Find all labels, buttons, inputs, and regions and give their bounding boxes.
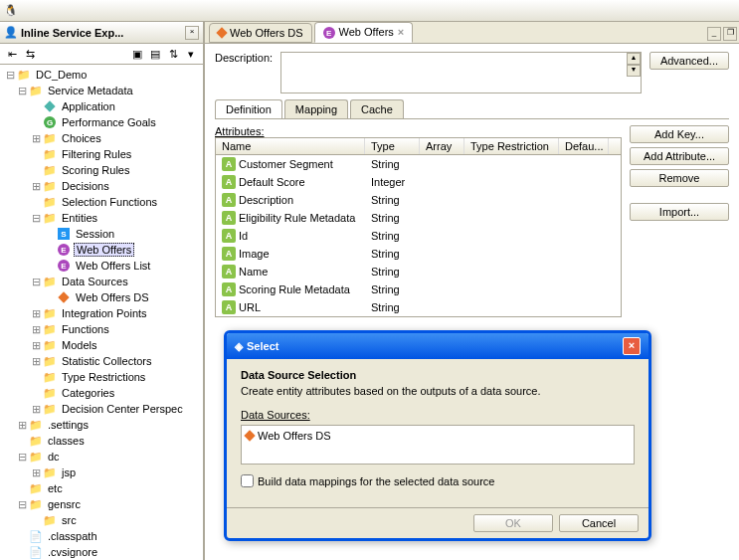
- attribute-icon: A: [222, 211, 236, 225]
- col-name[interactable]: Name: [216, 138, 365, 154]
- tree-item[interactable]: SSession: [2, 226, 201, 242]
- tree-item[interactable]: 📁classes: [2, 433, 201, 449]
- dialog-close-icon[interactable]: ×: [623, 337, 641, 355]
- table-row[interactable]: ADescriptionString: [216, 191, 621, 209]
- collapse-all-icon[interactable]: ⇤: [4, 46, 20, 62]
- attribute-icon: A: [222, 193, 236, 207]
- dialog-icon: ◈: [235, 340, 243, 353]
- table-row[interactable]: AEligibility Rule MetadataString: [216, 209, 621, 227]
- editor-tab[interactable]: Web Offers DS: [209, 23, 312, 43]
- attribute-icon: A: [222, 157, 236, 171]
- diamond-orange-icon: [244, 430, 255, 441]
- tree-item[interactable]: Application: [2, 98, 201, 114]
- dialog-heading: Data Source Selection: [241, 369, 635, 381]
- data-sources-list[interactable]: Web Offers DS: [241, 425, 635, 465]
- tree-item[interactable]: ⊞📁.settings: [2, 417, 201, 433]
- tree-item[interactable]: 📁Selection Functions: [2, 194, 201, 210]
- tree-item[interactable]: 📄.cvsignore: [2, 544, 201, 560]
- attribute-icon: A: [222, 247, 236, 261]
- tab-cache[interactable]: Cache: [350, 99, 404, 118]
- dialog-text: Create entity attributes based on the ou…: [241, 385, 635, 397]
- tree-item[interactable]: 📁Filtering Rules: [2, 146, 201, 162]
- tree-item[interactable]: EWeb Offers List: [2, 258, 201, 274]
- ide-penguin-icon: 🐧: [4, 4, 18, 17]
- tree-item[interactable]: GPerformance Goals: [2, 114, 201, 130]
- tab-mapping[interactable]: Mapping: [284, 99, 348, 118]
- table-row[interactable]: AURLString: [216, 298, 621, 316]
- dialog-title: Select: [247, 340, 278, 352]
- left-panel-title: 👤Inline Service Exp...: [4, 26, 123, 39]
- tree-item[interactable]: ⊞📁jsp: [2, 465, 201, 480]
- table-row[interactable]: AIdString: [216, 227, 621, 245]
- editor-tab[interactable]: EWeb Offers×: [314, 22, 414, 44]
- sub-tabs: DefinitionMappingCache: [215, 99, 729, 119]
- tool-icon-1[interactable]: ▣: [129, 46, 145, 62]
- import-button[interactable]: Import...: [630, 203, 729, 221]
- tree-item[interactable]: ⊞📁Functions: [2, 321, 201, 337]
- tree-item[interactable]: ⊞📁Models: [2, 337, 201, 353]
- table-row[interactable]: AScoring Rule MetadataString: [216, 280, 621, 298]
- table-row[interactable]: ADefault ScoreInteger: [216, 173, 621, 191]
- build-mappings-checkbox[interactable]: [241, 474, 254, 487]
- attribute-icon: A: [222, 282, 236, 296]
- tree-item[interactable]: 📁etc: [2, 480, 201, 496]
- attribute-icon: A: [222, 229, 236, 243]
- tree-item[interactable]: 📁src: [2, 512, 201, 528]
- tab-close-icon[interactable]: ×: [398, 26, 404, 38]
- tree-item[interactable]: EWeb Offers: [2, 242, 201, 258]
- table-row[interactable]: ANameString: [216, 263, 621, 280]
- tool-icon-3[interactable]: ⇅: [165, 46, 181, 62]
- tree-item[interactable]: 📁Categories: [2, 385, 201, 401]
- tree-root[interactable]: ⊟📁DC_Demo: [2, 67, 201, 83]
- minimize-icon[interactable]: _: [707, 27, 721, 41]
- tree-item[interactable]: 📁Type Restrictions: [2, 369, 201, 385]
- advanced-button[interactable]: Advanced...: [649, 52, 729, 70]
- desc-down-icon[interactable]: ▼: [627, 65, 641, 77]
- table-row[interactable]: ACustomer SegmentString: [216, 155, 621, 173]
- add-attribute-button[interactable]: Add Attribute...: [630, 147, 729, 165]
- col-type-restriction[interactable]: Type Restriction: [464, 138, 559, 154]
- col-array[interactable]: Array: [420, 138, 464, 154]
- tree-item[interactable]: ⊟📁Entities: [2, 210, 201, 226]
- tree-item[interactable]: ⊞📁Integration Points: [2, 305, 201, 321]
- tab-definition[interactable]: Definition: [215, 99, 282, 118]
- close-icon[interactable]: ×: [185, 26, 199, 40]
- attribute-icon: A: [222, 265, 236, 279]
- tree-item[interactable]: ⊟📁Service Metadata: [2, 83, 201, 98]
- menu-icon[interactable]: ▾: [183, 46, 199, 62]
- tree-item[interactable]: ⊟📁Data Sources: [2, 274, 201, 289]
- tree-item[interactable]: ⊞📁Decisions: [2, 178, 201, 194]
- tree-item[interactable]: 📄.classpath: [2, 528, 201, 544]
- tree-item[interactable]: ⊞📁Statistic Collectors: [2, 353, 201, 369]
- checkbox-label: Build data mappings for the selected dat…: [258, 475, 494, 487]
- data-sources-label: Data Sources:: [241, 409, 635, 421]
- cancel-button[interactable]: Cancel: [559, 514, 639, 532]
- col-type[interactable]: Type: [365, 138, 420, 154]
- tree-item[interactable]: 📁Scoring Rules: [2, 162, 201, 178]
- col-default[interactable]: Defau...: [559, 138, 609, 154]
- select-dialog: ◈ Select × Data Source Selection Create …: [224, 330, 651, 541]
- maximize-icon[interactable]: ❐: [723, 27, 737, 41]
- tree-toolbar: ⇤ ⇆ ▣ ▤ ⇅ ▾: [0, 44, 203, 65]
- add-key-button[interactable]: Add Key...: [630, 125, 729, 143]
- attribute-icon: A: [222, 175, 236, 189]
- link-editor-icon[interactable]: ⇆: [22, 46, 38, 62]
- tree-item[interactable]: ⊟📁gensrc: [2, 496, 201, 512]
- tree-item[interactable]: ⊞📁Decision Center Perspec: [2, 401, 201, 417]
- editor-tabs: Web Offers DSEWeb Offers× _ ❐: [205, 22, 739, 44]
- remove-button[interactable]: Remove: [630, 169, 729, 187]
- attributes-table: Name Type Array Type Restriction Defau..…: [215, 137, 622, 317]
- tree-item[interactable]: ⊟📁dc: [2, 449, 201, 465]
- ok-button: OK: [473, 514, 553, 532]
- table-row[interactable]: AImageString: [216, 245, 621, 263]
- description-textarea[interactable]: ▲ ▼: [280, 52, 642, 93]
- description-label: Description:: [215, 52, 273, 64]
- project-tree[interactable]: ⊟📁DC_Demo⊟📁Service MetadataApplicationGP…: [0, 65, 203, 560]
- attribute-icon: A: [222, 300, 236, 314]
- attributes-label: Attributes:: [215, 125, 622, 137]
- tool-icon-2[interactable]: ▤: [147, 46, 163, 62]
- tree-item[interactable]: ⊞📁Choices: [2, 130, 201, 146]
- list-item[interactable]: Web Offers DS: [246, 430, 630, 442]
- tree-item[interactable]: Web Offers DS: [2, 289, 201, 305]
- desc-up-icon[interactable]: ▲: [627, 53, 641, 65]
